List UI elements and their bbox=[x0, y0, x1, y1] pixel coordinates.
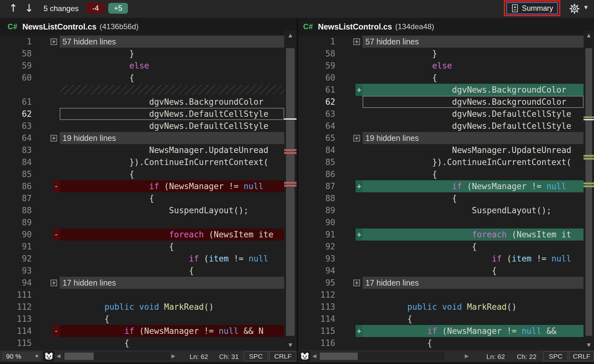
scroll-up-arrow-icon[interactable]: ▲ bbox=[284, 32, 297, 38]
code-line-content[interactable]: if (NewsManager != null bbox=[363, 180, 584, 192]
code-line-content[interactable]: dgvNews.BackgroundColor bbox=[363, 84, 584, 96]
whitespace-mode-toggle[interactable]: SPC bbox=[244, 351, 268, 361]
settings-gear-icon[interactable] bbox=[569, 3, 580, 16]
hidden-lines-label[interactable]: 57 hidden lines bbox=[60, 36, 284, 48]
code-line-content[interactable]: { bbox=[363, 337, 584, 349]
code-line-content[interactable]: }).ContinueInCurrentContext( bbox=[60, 156, 284, 168]
code-line-content[interactable]: public void MarkRead() bbox=[363, 301, 584, 313]
zoom-level-dropdown[interactable]: 90 % ▾ bbox=[2, 352, 41, 361]
code-line-content[interactable]: if (item != null bbox=[60, 253, 284, 265]
hscroll-left-arrow-icon[interactable]: ◀ bbox=[312, 353, 316, 359]
code-line-content[interactable]: if (NewsManager != null && N bbox=[60, 325, 284, 337]
horizontal-scrollbar[interactable] bbox=[319, 352, 444, 361]
line-ending-toggle[interactable]: CRLF bbox=[269, 351, 297, 361]
line-number: 92 bbox=[298, 241, 340, 253]
code-line-content[interactable]: SuspendLayout(); bbox=[363, 204, 584, 216]
line-number: 94 bbox=[298, 265, 340, 277]
code-line-content[interactable]: { bbox=[60, 72, 284, 84]
line-ending-toggle[interactable]: CRLF bbox=[569, 351, 594, 361]
hscroll-right-arrow-icon[interactable]: ▶ bbox=[171, 353, 175, 359]
horizontal-scroll-thumb[interactable] bbox=[320, 353, 358, 360]
code-line-content[interactable]: foreach (NewsItem it bbox=[363, 228, 584, 241]
next-change-button[interactable]: ↓ bbox=[25, 2, 34, 14]
gutter bbox=[340, 72, 363, 84]
expand-hidden-lines-button[interactable]: + bbox=[353, 135, 360, 142]
gutter bbox=[37, 216, 60, 228]
code-line-content[interactable]: { bbox=[363, 313, 584, 325]
expand-hidden-lines-button[interactable]: + bbox=[353, 38, 360, 45]
expand-hidden-lines-button[interactable]: + bbox=[50, 135, 57, 142]
vertical-scrollbar-original[interactable]: ▲ ▼ bbox=[284, 30, 297, 350]
whitespace-mode-toggle[interactable]: SPC bbox=[543, 351, 568, 361]
code-line-content[interactable]: { bbox=[60, 337, 284, 349]
line-number: 90 bbox=[298, 216, 340, 228]
hidden-lines-label[interactable]: 17 hidden lines bbox=[363, 277, 584, 289]
vertical-scroll-thumb[interactable] bbox=[585, 48, 592, 336]
code-row-62: 62 dgvNews.BackgroundColor bbox=[298, 96, 584, 108]
expand-hidden-lines-button[interactable]: + bbox=[50, 280, 57, 286]
hidden-lines-label[interactable]: 19 hidden lines bbox=[60, 132, 284, 144]
code-line-content[interactable]: { bbox=[60, 265, 284, 277]
hidden-lines-label[interactable]: 17 hidden lines bbox=[60, 277, 284, 289]
code-line-content[interactable]: } bbox=[60, 48, 284, 60]
code-line-content[interactable]: else bbox=[363, 60, 584, 72]
code-line-content[interactable]: { bbox=[60, 313, 284, 325]
code-line-content[interactable]: else bbox=[60, 60, 284, 72]
robot-icon[interactable] bbox=[299, 351, 310, 361]
code-line-content[interactable]: NewsManager.UpdateUnread bbox=[60, 144, 284, 156]
code-line-content[interactable]: { bbox=[363, 72, 584, 84]
gutter: + bbox=[37, 277, 60, 289]
window-bottom-edge bbox=[0, 362, 594, 364]
code-line-content[interactable]: foreach (NewsItem ite bbox=[60, 228, 284, 241]
commit-hash: (4136b56d) bbox=[100, 22, 139, 31]
expand-hidden-lines-button[interactable]: + bbox=[50, 38, 57, 45]
code-line-content[interactable]: { bbox=[363, 168, 584, 180]
scroll-up-arrow-icon[interactable]: ▲ bbox=[584, 32, 594, 38]
code-line-content[interactable]: dgvNews.BackgroundColor bbox=[363, 96, 584, 108]
scroll-down-arrow-icon[interactable]: ▼ bbox=[584, 342, 594, 348]
code-line-content[interactable]: public void MarkRead() bbox=[60, 301, 284, 313]
settings-dropdown-caret[interactable]: ▾ bbox=[584, 3, 588, 11]
code-line-content[interactable]: { bbox=[363, 192, 584, 204]
diff-overview-mark bbox=[584, 158, 594, 160]
code-line-content[interactable]: SuspendLayout(); bbox=[60, 204, 284, 216]
gutter: + bbox=[340, 132, 363, 144]
summary-button[interactable]: Summary bbox=[506, 2, 558, 14]
hscroll-left-arrow-icon[interactable]: ◀ bbox=[57, 353, 60, 359]
line-number: 92 bbox=[0, 253, 37, 265]
code-line-content[interactable]: dgvNews.BackgroundColor bbox=[60, 96, 284, 108]
vertical-scrollbar-modified[interactable]: ▲ ▼ bbox=[584, 30, 594, 350]
code-line-content[interactable]: } bbox=[363, 48, 584, 60]
horizontal-scrollbar[interactable] bbox=[63, 352, 170, 361]
code-line-content[interactable]: if (item != null bbox=[363, 253, 584, 265]
scroll-down-arrow-icon[interactable]: ▼ bbox=[284, 342, 297, 348]
gutter bbox=[340, 301, 363, 313]
code-line-content[interactable]: { bbox=[363, 241, 584, 253]
code-line-content[interactable] bbox=[60, 289, 284, 301]
code-line-content[interactable]: dgvNews.DefaultCellStyle bbox=[363, 108, 584, 120]
code-line-content[interactable]: if (NewsManager != null && bbox=[363, 325, 584, 337]
horizontal-scroll-thumb[interactable] bbox=[64, 353, 94, 360]
robot-icon[interactable] bbox=[43, 351, 55, 361]
code-line-content[interactable]: dgvNews.DefaultCellStyle bbox=[363, 120, 584, 132]
expand-hidden-lines-button[interactable]: + bbox=[353, 280, 360, 286]
code-row-112: 112 public void MarkRead() bbox=[0, 301, 284, 313]
code-line-content[interactable]: { bbox=[60, 192, 284, 204]
code-line-content[interactable] bbox=[60, 216, 284, 228]
hidden-lines-label[interactable]: 19 hidden lines bbox=[363, 132, 584, 144]
code-line-content[interactable]: dgvNews.DefaultCellStyle bbox=[60, 108, 284, 120]
code-line-content[interactable]: NewsManager.UpdateUnread bbox=[363, 144, 584, 156]
code-line-content[interactable]: if (NewsManager != null bbox=[60, 180, 284, 192]
hscroll-right-arrow-icon[interactable]: ▶ bbox=[465, 353, 469, 359]
code-line-content[interactable]: }).ContinueInCurrentContext( bbox=[363, 156, 584, 168]
code-line-content[interactable]: { bbox=[363, 265, 584, 277]
vertical-scroll-thumb[interactable] bbox=[286, 48, 295, 336]
code-line-content[interactable]: { bbox=[60, 168, 284, 180]
hidden-lines-label[interactable]: 57 hidden lines bbox=[363, 36, 584, 48]
line-number: 1 bbox=[0, 36, 37, 48]
code-line-content[interactable]: dgvNews.DefaultCellStyle bbox=[60, 120, 284, 132]
code-line-content[interactable]: { bbox=[60, 241, 284, 253]
code-line-content[interactable] bbox=[363, 216, 584, 228]
code-line-content[interactable] bbox=[363, 289, 584, 301]
previous-change-button[interactable]: ↑ bbox=[9, 2, 18, 14]
